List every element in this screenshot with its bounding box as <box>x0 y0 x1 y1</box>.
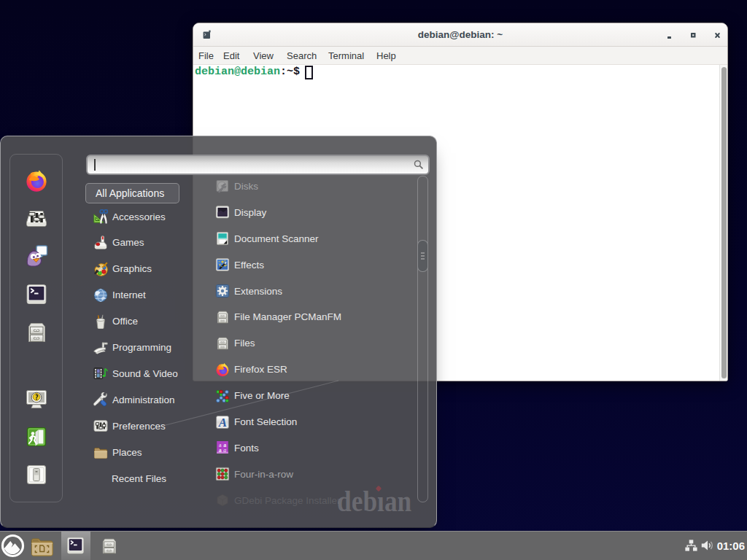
svg-text:a: a <box>223 448 226 454</box>
svg-text:a: a <box>219 448 222 454</box>
